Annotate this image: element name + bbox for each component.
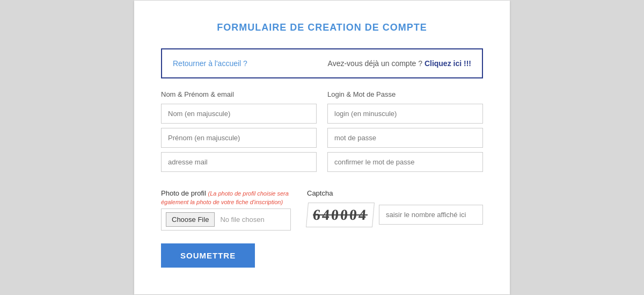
back-link[interactable]: Retourner à l'accueil ? [173, 59, 247, 68]
captcha-section: Captcha 640004 [307, 189, 483, 227]
photo-label: Photo de profil (La photo de profil choi… [161, 189, 291, 207]
captcha-image: 640004 [306, 203, 375, 227]
submit-button[interactable]: SOUMETTRE [161, 243, 255, 268]
login-input[interactable] [327, 104, 483, 124]
login-link[interactable]: Cliquez ici !!! [425, 59, 471, 68]
prenom-input[interactable] [161, 128, 317, 148]
nav-box: Retourner à l'accueil ? Avez-vous déjà u… [161, 48, 483, 78]
left-col-label: Nom & Prénom & email [161, 90, 317, 98]
no-file-text: No file chosen [220, 215, 264, 224]
left-column: Nom & Prénom & email [161, 90, 317, 176]
right-column: Login & Mot de Passe [327, 90, 483, 176]
password-input[interactable] [327, 128, 483, 148]
form-container: FORMULAIRE DE CREATION DE COMPTE Retourn… [134, 1, 510, 295]
confirm-password-input[interactable] [327, 152, 483, 172]
right-col-label: Login & Mot de Passe [327, 90, 483, 98]
captcha-label: Captcha [307, 189, 483, 197]
choose-file-button[interactable]: Choose File [166, 212, 215, 227]
photo-section: Photo de profil (La photo de profil choi… [161, 189, 291, 231]
form-title: FORMULAIRE DE CREATION DE COMPTE [161, 22, 483, 33]
email-input[interactable] [161, 152, 317, 172]
captcha-row: 640004 [307, 203, 483, 227]
account-text: Avez-vous déjà un compte ? [328, 59, 422, 68]
captcha-input[interactable] [379, 205, 483, 225]
file-input-wrapper: Choose File No file chosen [161, 208, 291, 231]
account-section: Avez-vous déjà un compte ? Cliquez ici !… [328, 59, 471, 68]
bottom-section: Photo de profil (La photo de profil choi… [161, 189, 483, 231]
nom-input[interactable] [161, 104, 317, 124]
form-columns: Nom & Prénom & email Login & Mot de Pass… [161, 90, 483, 176]
